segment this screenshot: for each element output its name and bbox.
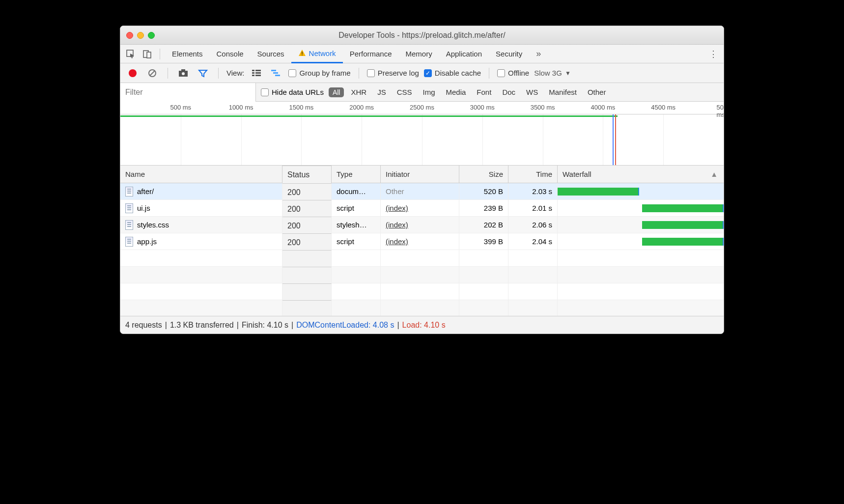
tab-console[interactable]: Console — [210, 45, 251, 63]
cell-name: styles.css — [120, 217, 282, 233]
more-tabs-icon[interactable]: » — [531, 47, 546, 61]
close-window-button[interactable] — [126, 32, 133, 39]
svg-rect-17 — [273, 72, 278, 74]
inspect-element-icon[interactable] — [123, 47, 138, 61]
summary-transferred: 1.3 KB transferred — [170, 321, 234, 330]
view-label: View: — [226, 69, 244, 77]
svg-rect-15 — [255, 75, 261, 76]
initiator-link[interactable]: (index) — [386, 237, 408, 246]
checkbox-icon[interactable] — [288, 69, 296, 77]
filter-type-js[interactable]: JS — [375, 87, 388, 97]
waterfall-bar — [642, 238, 724, 246]
zoom-window-button[interactable] — [148, 32, 155, 39]
minimize-window-button[interactable] — [137, 32, 144, 39]
devtools-window: Developer Tools - https://preload.glitch… — [120, 26, 724, 334]
hide-data-urls-label: Hide data URLs — [272, 88, 324, 96]
timeline-tick: 1500 ms — [289, 104, 313, 111]
cell-time: 2.03 s — [508, 183, 558, 199]
overview-timeline[interactable]: 500 ms1000 ms1500 ms2000 ms2500 ms3000 m… — [120, 102, 724, 166]
disable-cache-option[interactable]: ✓ Disable cache — [424, 69, 481, 77]
offline-label: Offline — [508, 69, 529, 77]
filter-input[interactable] — [120, 83, 256, 102]
clear-icon[interactable] — [145, 66, 160, 80]
checkbox-icon[interactable] — [261, 88, 269, 96]
cell-status: 200 — [282, 183, 332, 201]
svg-rect-8 — [181, 69, 185, 71]
cell-size: 239 B — [459, 200, 508, 216]
col-initiator[interactable]: Initiator — [381, 166, 459, 183]
preserve-log-option[interactable]: Preserve log — [367, 69, 419, 77]
filter-type-font[interactable]: Font — [475, 87, 493, 97]
table-row-empty — [120, 300, 724, 316]
gridline — [301, 114, 302, 165]
col-size[interactable]: Size — [459, 166, 508, 183]
record-button[interactable] — [125, 66, 140, 80]
checkbox-icon[interactable] — [367, 69, 375, 77]
filter-type-img[interactable]: Img — [421, 87, 437, 97]
tab-memory[interactable]: Memory — [399, 45, 439, 63]
filter-type-ws[interactable]: WS — [524, 87, 540, 97]
tab-performance[interactable]: Performance — [343, 45, 399, 63]
throttling-select[interactable]: Slow 3G ▼ — [534, 69, 571, 77]
cell-waterfall — [558, 183, 724, 199]
cell-size: 399 B — [459, 233, 508, 250]
device-toolbar-icon[interactable] — [140, 47, 155, 61]
table-row[interactable]: ui.js200script(index)239 B2.01 s — [120, 200, 724, 217]
kebab-menu-icon[interactable]: ⋮ — [706, 47, 721, 61]
filter-all-pill[interactable]: All — [329, 87, 344, 97]
tab-security[interactable]: Security — [489, 45, 529, 63]
filter-type-xhr[interactable]: XHR — [349, 87, 368, 97]
tab-sources[interactable]: Sources — [251, 45, 291, 63]
cell-status: 200 — [282, 200, 332, 218]
offline-option[interactable]: Offline — [497, 69, 529, 77]
divider — [489, 68, 489, 79]
preserve-log-label: Preserve log — [378, 69, 419, 77]
cell-time: 2.01 s — [508, 200, 558, 216]
tab-application[interactable]: Application — [439, 45, 489, 63]
overview-activity-bar — [120, 115, 618, 117]
initiator-link[interactable]: (index) — [386, 204, 408, 212]
col-status[interactable]: Status — [282, 166, 332, 183]
checkbox-checked-icon[interactable]: ✓ — [424, 69, 432, 77]
document-icon — [125, 203, 133, 213]
requests-table-header: Name Status Type Initiator Size Time Wat… — [120, 166, 724, 183]
timeline-tick: 2500 ms — [410, 104, 434, 111]
tab-network[interactable]: Network — [291, 45, 343, 63]
filter-type-manifest[interactable]: Manifest — [547, 87, 579, 97]
large-rows-icon[interactable] — [249, 66, 264, 80]
col-name[interactable]: Name — [120, 166, 282, 183]
cell-time: 2.04 s — [508, 233, 558, 250]
document-icon — [125, 187, 133, 196]
filter-type-other[interactable]: Other — [586, 87, 608, 97]
cell-type: stylesh… — [332, 217, 381, 233]
group-by-frame-option[interactable]: Group by frame — [288, 69, 350, 77]
col-waterfall[interactable]: Waterfall ▲ — [558, 166, 724, 183]
table-row[interactable]: styles.css200stylesh…(index)202 B2.06 s — [120, 217, 724, 233]
col-time[interactable]: Time — [508, 166, 558, 183]
waterfall-view-icon[interactable] — [269, 66, 283, 80]
timeline-tick: 500 ms — [170, 104, 191, 111]
timeline-tick: 5000 ms — [717, 104, 724, 118]
checkbox-icon[interactable] — [497, 69, 505, 77]
cell-initiator: (index) — [381, 200, 459, 216]
titlebar: Developer Tools - https://preload.glitch… — [120, 26, 724, 45]
tab-elements[interactable]: Elements — [165, 45, 210, 63]
cell-type: docum… — [332, 183, 381, 199]
table-row[interactable]: app.js200script(index)399 B2.04 s — [120, 233, 724, 250]
requests-table-body: after/200docum…Other520 B2.03 sui.js200s… — [120, 183, 724, 316]
hide-data-urls-option[interactable]: Hide data URLs — [261, 88, 324, 96]
gridline — [241, 114, 242, 165]
filter-type-doc[interactable]: Doc — [500, 87, 517, 97]
gridline — [482, 114, 483, 165]
filter-type-css[interactable]: CSS — [395, 87, 414, 97]
filter-toggle-icon[interactable] — [196, 66, 210, 80]
col-type[interactable]: Type — [332, 166, 381, 183]
initiator-link[interactable]: (index) — [386, 221, 408, 229]
filter-bar: Hide data URLs All XHRJSCSSImgMediaFontD… — [120, 83, 724, 102]
timeline-tick: 3000 ms — [470, 104, 495, 111]
document-icon — [125, 237, 133, 247]
svg-rect-2 — [147, 52, 151, 58]
capture-screenshots-icon[interactable] — [176, 66, 191, 80]
filter-type-media[interactable]: Media — [444, 87, 468, 97]
table-row[interactable]: after/200docum…Other520 B2.03 s — [120, 183, 724, 200]
